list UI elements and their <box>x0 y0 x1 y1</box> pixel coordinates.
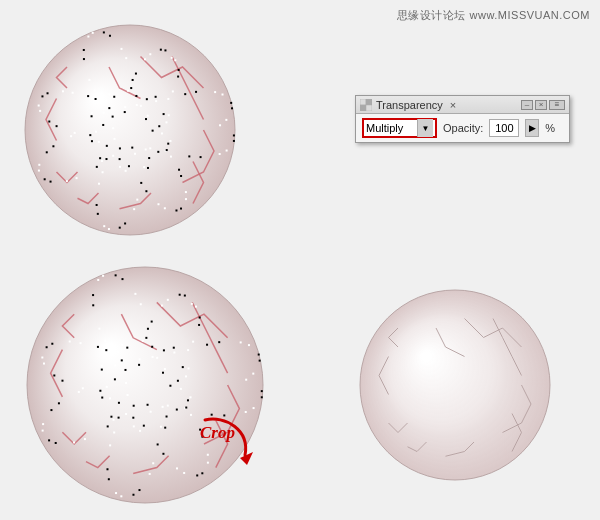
panel-title-left: Transparency × <box>360 99 456 111</box>
svg-text:Crop: Crop <box>200 423 235 442</box>
opacity-percent: % <box>545 122 555 134</box>
svg-rect-2 <box>360 105 366 111</box>
svg-rect-1 <box>366 99 372 105</box>
close-button[interactable]: × <box>535 100 547 110</box>
blend-mode-text: Multiply <box>366 122 417 134</box>
panel-titlebar: Transparency × – × ≡ <box>356 96 569 114</box>
blend-dropdown-arrow[interactable]: ▼ <box>417 119 433 137</box>
main-canvas <box>0 0 600 520</box>
blend-mode-select[interactable]: Multiply ▼ <box>362 118 437 138</box>
transparency-panel: Transparency × – × ≡ Multiply ▼ Opacity:… <box>355 95 570 143</box>
crop-arrow-svg: Crop <box>195 410 265 465</box>
panel-close-x[interactable]: × <box>450 99 456 111</box>
crop-arrow-container: Crop <box>195 410 265 468</box>
panel-body: Multiply ▼ Opacity: 100 ▶ % <box>356 114 569 142</box>
svg-rect-3 <box>366 105 372 111</box>
panel-title-controls: – × ≡ <box>521 100 565 110</box>
panel-title-text: Transparency <box>376 99 443 111</box>
opacity-arrow[interactable]: ▶ <box>525 119 539 137</box>
transparency-icon <box>360 99 372 111</box>
minimize-button[interactable]: – <box>521 100 533 110</box>
opacity-label: Opacity: <box>443 122 483 134</box>
menu-button[interactable]: ≡ <box>549 100 565 110</box>
svg-rect-0 <box>360 99 366 105</box>
opacity-value[interactable]: 100 <box>489 119 519 137</box>
